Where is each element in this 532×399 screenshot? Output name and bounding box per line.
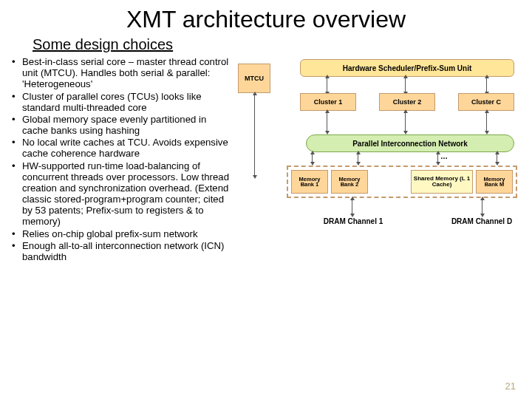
slide-subtitle: Some design choices [33, 36, 532, 53]
architecture-diagram: MTCU Hardware Scheduler/Prefix-Sum Unit … [233, 56, 526, 337]
arrow-icon [254, 95, 255, 176]
arrow-icon [486, 112, 487, 132]
bullet-list: Best-in-class serial core – master threa… [12, 56, 233, 337]
bullet-item: Cluster of parallel cores (TCUs) looks l… [12, 91, 233, 113]
bullet-item: No local write caches at TCU. Avoids exp… [12, 137, 233, 159]
arrow-icon [327, 112, 327, 132]
cluster-box: Cluster C [458, 93, 514, 111]
arrow-icon [352, 200, 352, 214]
bullet-item: Enough all-to-all interconnection networ… [12, 240, 233, 262]
memory-row: Memory Bank 1 Memory Bank 2 Shared Memor… [287, 166, 517, 198]
dram-label: DRAM Channel 1 [316, 217, 390, 225]
memory-bank-box: Memory Bank M [476, 170, 513, 194]
l1-cache-box: Shared Memory (L 1 Cache) [411, 170, 473, 194]
bullet-item: Best-in-class serial core – master threa… [12, 56, 233, 90]
memory-bank-box: Memory Bank 1 [291, 170, 328, 194]
interconnect-box: Parallel Interconnection Network [306, 134, 514, 152]
cluster-box: Cluster 2 [379, 93, 435, 111]
arrow-icon [327, 78, 327, 92]
arrow-icon [497, 154, 497, 163]
bullet-item: Relies on-chip global prefix-sum network [12, 228, 233, 239]
slide-title: XMT architecture overview [0, 0, 532, 33]
ellipsis-icon: … [440, 152, 448, 160]
arrow-icon [358, 154, 358, 163]
arrow-icon [437, 154, 438, 163]
content-area: Best-in-class serial core – master threa… [0, 56, 532, 337]
arrow-icon [405, 78, 406, 92]
bullet-item: Global memory space evenly partitioned i… [12, 114, 233, 136]
bullet-item: HW-supported run-time load-balancing of … [12, 160, 233, 228]
dram-label: DRAM Channel D [445, 217, 519, 225]
mtcu-box: MTCU [238, 64, 270, 93]
page-number: 21 [505, 381, 516, 392]
arrow-icon [405, 112, 406, 132]
arrow-icon [486, 78, 487, 92]
arrow-icon [482, 200, 482, 214]
memory-bank-box: Memory Bank 2 [331, 170, 368, 194]
cluster-row: Cluster 1 Cluster 2 Cluster C [300, 93, 514, 111]
arrow-icon [312, 154, 313, 163]
cluster-box: Cluster 1 [300, 93, 356, 111]
